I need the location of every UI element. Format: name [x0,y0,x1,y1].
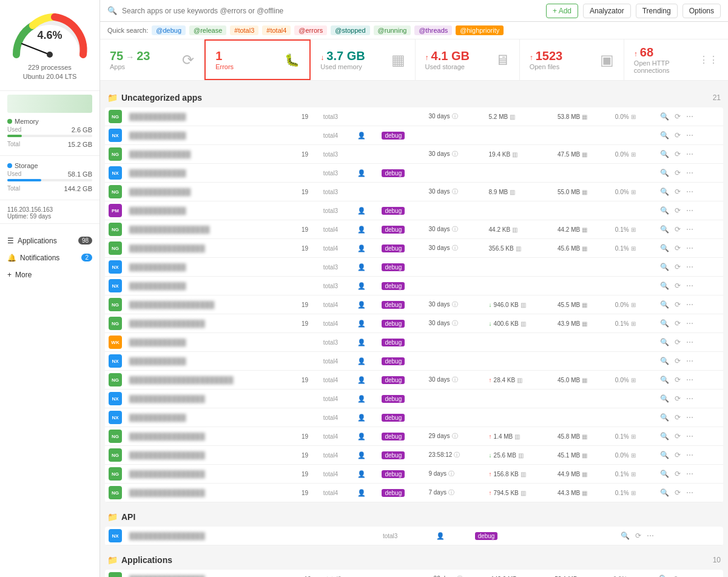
search-action-btn[interactable]: 🔍 [658,431,671,442]
tag-total3[interactable]: #total3 [230,25,258,35]
more-action-btn[interactable]: ⋯ [684,243,695,254]
table-row[interactable]: NG ████████████████ 19 total4 👤 debug 29… [105,427,723,446]
tag-highpriority[interactable]: @highpriority [456,25,504,35]
search-input[interactable] [122,7,541,15]
more-action-btn[interactable]: ⋯ [684,374,695,385]
more-action-btn[interactable]: ⋯ [684,431,695,442]
more-action-btn[interactable]: ⋯ [645,530,656,541]
refresh-action-btn[interactable]: ⟳ [673,393,682,404]
table-row[interactable]: NG ████████████████ 19 total4 👤 debug 30… [105,239,723,258]
search-action-btn[interactable]: 🔍 [658,468,671,479]
options-button[interactable]: Options [682,4,721,18]
sidebar-item-applications[interactable]: ☰ Applications 98 [0,232,99,249]
tag-running[interactable]: @running [374,25,411,35]
table-row[interactable]: NX ████████████████ total4 👤 debug [105,390,723,408]
search-action-btn[interactable]: 🔍 [658,224,671,235]
refresh-action-btn[interactable]: ⟳ [673,205,682,216]
table-row[interactable]: NX ████████████████ total3 👤 debug [105,527,723,545]
search-action-btn[interactable]: 🔍 [658,318,671,329]
analyzer-button[interactable]: Analyzator [583,4,631,18]
search-action-btn[interactable]: 🔍 [658,167,671,178]
table-row[interactable]: NG ██████████████████████ 19 total4 👤 de… [105,371,723,390]
refresh-action-btn[interactable]: ⟳ [673,224,682,235]
search-action-btn[interactable]: 🔍 [658,337,671,348]
search-action-btn[interactable]: 🔍 [658,280,671,291]
refresh-action-btn[interactable]: ⟳ [673,280,682,291]
sidebar-item-more[interactable]: + More [0,266,99,283]
table-row[interactable]: NX ████████████ total3 👤 debug [105,258,723,277]
more-action-btn[interactable]: ⋯ [684,337,695,348]
refresh-action-btn[interactable]: ⟳ [673,431,682,442]
tag-stopped[interactable]: @stopped [331,25,369,35]
search-action-btn[interactable]: 🔍 [658,262,671,272]
more-action-btn[interactable]: ⋯ [684,205,695,216]
table-row[interactable]: NG ████████████████ 19 total3 30 days ⓘ [105,570,723,577]
more-action-btn[interactable]: ⋯ [684,412,695,423]
search-action-btn[interactable]: 🔍 [658,393,671,404]
more-action-btn[interactable]: ⋯ [684,224,695,235]
table-row[interactable]: NG ████████████████ 19 total4 👤 debug 7 … [105,484,723,502]
refresh-action-btn[interactable]: ⟳ [673,412,682,423]
search-action-btn[interactable]: 🔍 [658,149,671,160]
more-action-btn[interactable]: ⋯ [684,186,695,197]
search-action-btn[interactable]: 🔍 [658,111,671,122]
search-action-btn[interactable]: 🔍 [658,243,671,254]
refresh-action-btn[interactable]: ⟳ [672,573,681,577]
refresh-action-btn[interactable]: ⟳ [673,318,682,329]
refresh-action-btn[interactable]: ⟳ [673,130,682,141]
table-row[interactable]: PM ████████████ total3 👤 debug [105,201,723,220]
more-action-btn[interactable]: ⋯ [684,299,695,310]
refresh-action-btn[interactable]: ⟳ [673,149,682,160]
tag-debug[interactable]: @debug [152,25,186,35]
refresh-action-btn[interactable]: ⟳ [673,450,682,461]
table-row[interactable]: NG █████████████████ 19 total4 👤 debug 3… [105,220,723,239]
table-row[interactable]: NG ████████████████ 19 total4 👤 debug 23… [105,446,723,465]
refresh-action-btn[interactable]: ⟳ [673,262,682,272]
refresh-action-btn[interactable]: ⟳ [673,356,682,366]
search-action-btn[interactable]: 🔍 [658,356,671,366]
sidebar-item-notifications[interactable]: 🔔 Notifications 2 [0,249,99,266]
refresh-action-btn[interactable]: ⟳ [673,111,682,122]
tag-total4[interactable]: #total4 [262,25,291,35]
refresh-action-btn[interactable]: ⟳ [673,167,682,178]
more-action-btn[interactable]: ⋯ [684,356,695,366]
trending-button[interactable]: Trending [636,4,678,18]
search-action-btn[interactable]: 🔍 [658,205,671,216]
table-row[interactable]: NG ████████████ 19 total3 30 days ⓘ [105,107,723,126]
refresh-action-btn[interactable]: ⟳ [673,487,682,498]
more-action-btn[interactable]: ⋯ [684,487,695,498]
search-action-btn[interactable]: 🔍 [658,487,671,498]
tag-release[interactable]: @release [189,25,226,35]
table-row[interactable]: NX ████████████ total4 👤 debug [105,408,723,427]
tag-threads[interactable]: @threads [414,25,452,35]
search-action-btn[interactable]: 🔍 [619,530,632,541]
search-action-btn[interactable]: 🔍 [658,412,671,423]
refresh-action-btn[interactable]: ⟳ [673,299,682,310]
refresh-action-btn[interactable]: ⟳ [633,530,643,541]
table-row[interactable]: NG ████████████████ 19 total4 👤 debug 30… [105,314,723,333]
add-button[interactable]: + Add [546,4,578,18]
table-row[interactable]: NX ████████████ total3 👤 debug [105,277,723,295]
more-action-btn[interactable]: ⋯ [684,468,695,479]
refresh-action-btn[interactable]: ⟳ [673,243,682,254]
more-action-btn[interactable]: ⋯ [684,393,695,404]
table-row[interactable]: NG ██████████████████ 19 total4 👤 debug … [105,295,723,314]
search-action-btn[interactable]: 🔍 [658,374,671,385]
refresh-action-btn[interactable]: ⟳ [673,374,682,385]
table-row[interactable]: NG █████████████ 19 total3 30 days ⓘ [105,183,723,201]
more-action-btn[interactable]: ⋯ [683,573,694,577]
table-row[interactable]: NG ████████████████ 19 total4 👤 debug 9 … [105,465,723,484]
table-row[interactable]: WK ████████████ total3 👤 debug [105,333,723,352]
table-row[interactable]: NG █████████████ 19 total3 30 days ⓘ [105,145,723,164]
refresh-action-btn[interactable]: ⟳ [673,468,682,479]
tag-errors[interactable]: @errors [294,25,327,35]
table-row[interactable]: NX ████████████ total4 👤 debug [105,126,723,145]
more-action-btn[interactable]: ⋯ [684,130,695,141]
more-action-btn[interactable]: ⋯ [684,149,695,160]
more-action-btn[interactable]: ⋯ [684,167,695,178]
more-action-btn[interactable]: ⋯ [684,318,695,329]
more-action-btn[interactable]: ⋯ [684,111,695,122]
refresh-action-btn[interactable]: ⟳ [673,186,682,197]
table-row[interactable]: NX ████████████ total4 👤 debug [105,352,723,371]
search-action-btn[interactable]: 🔍 [658,299,671,310]
